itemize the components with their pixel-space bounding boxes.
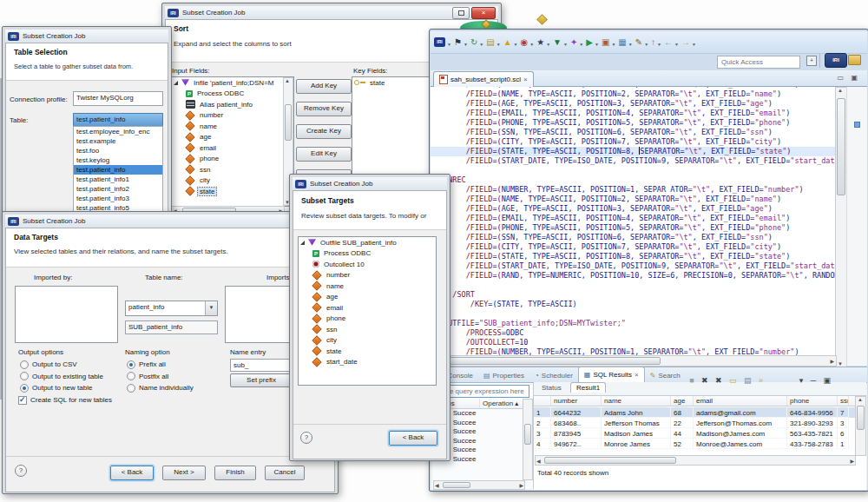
back-toolbar-icon[interactable]: ←▼ xyxy=(664,34,680,51)
wand-toolbar-icon[interactable]: ✦▼ xyxy=(570,34,584,51)
radio-icon[interactable] xyxy=(20,360,29,369)
export-log-icon[interactable]: ▤ xyxy=(744,376,752,385)
status-horizontal-scrollbar[interactable]: ◀ ▶ xyxy=(433,480,525,490)
tab-scheduler[interactable]: ◔Scheduler xyxy=(529,368,578,382)
help-button[interactable]: ? xyxy=(15,465,27,477)
run-toolbar-icon[interactable]: ▶▼ xyxy=(586,34,600,51)
titlebar[interactable]: IRI Subset Creation Job xyxy=(5,30,168,43)
remove-icon[interactable]: ✖ xyxy=(701,376,708,385)
code-line[interactable]: /FIELD=(STATE, TYPE=ASCII, POSITION=8, S… xyxy=(431,252,835,261)
chevron-down-icon[interactable]: ▼ xyxy=(692,42,696,47)
next-button[interactable]: Next > xyxy=(162,466,206,480)
results-horizontal-scrollbar[interactable]: ◀ ▶ xyxy=(535,455,856,466)
refresh-toolbar-icon[interactable]: ↻▼ xyxy=(470,34,484,51)
radio-icon[interactable] xyxy=(20,384,29,393)
tree-item[interactable]: email xyxy=(172,142,293,154)
code-line[interactable]: /FIELD=(PHONE, TYPE=ASCII, POSITION=5, S… xyxy=(431,223,835,233)
list-item[interactable]: test.patient_info xyxy=(74,165,162,175)
close-tab-icon[interactable]: × xyxy=(523,76,528,83)
code-line[interactable]: /OUTFILE="SUB_patient_info;DSN=MYTwister… xyxy=(431,319,835,328)
close-button[interactable]: × xyxy=(471,7,496,19)
code-line[interactable]: /FIELD=(EMAIL, TYPE=ASCII, POSITION=4, S… xyxy=(431,109,835,118)
chevron-down-icon[interactable]: ▼ xyxy=(674,42,679,47)
quick-access-input[interactable] xyxy=(717,56,800,69)
result-column-header[interactable] xyxy=(534,396,551,406)
tree-item[interactable]: city xyxy=(172,175,293,187)
code-line[interactable]: /FIELD=(RAND, TYPE=NUMERIC, POSITION=10,… xyxy=(431,271,835,281)
chevron-down-icon[interactable]: ▼ xyxy=(205,301,217,315)
result-column-header[interactable]: ssn xyxy=(838,396,849,406)
code-line[interactable] xyxy=(431,166,835,175)
maximize-view-icon[interactable]: ▣ xyxy=(851,74,858,82)
minimize-panel-icon[interactable]: ─ xyxy=(811,376,816,385)
code-line[interactable]: /FIELD=(STATE, TYPE=ASCII, POSITION=8, S… xyxy=(431,147,835,156)
tree-item[interactable]: phone xyxy=(172,154,293,165)
open-perspective-icon[interactable]: + xyxy=(806,56,817,66)
list-item[interactable]: test.keylog xyxy=(74,155,162,165)
chevron-down-icon[interactable]: ▼ xyxy=(628,42,633,47)
radio-icon[interactable] xyxy=(20,372,29,380)
titlebar[interactable]: IRI Subset Creation Job xyxy=(293,177,447,190)
tree-item[interactable]: state xyxy=(172,186,293,197)
key-action-button[interactable]: Remove Key xyxy=(296,102,352,116)
list-item[interactable]: test.patient_info3 xyxy=(74,194,162,203)
forward-toolbar-icon[interactable]: →▼ xyxy=(681,34,697,51)
radio-icon[interactable] xyxy=(127,360,135,369)
tree-item[interactable]: city xyxy=(299,335,436,347)
code-line[interactable]: /FIELD=(AGE, TYPE=ASCII, POSITION=3, SEP… xyxy=(431,99,835,109)
tree-item[interactable]: PProcess ODBC xyxy=(172,89,293,100)
code-line[interactable]: /FIELD=(CITY, TYPE=ASCII, POSITION=7, SE… xyxy=(431,242,835,252)
open-folder-icon[interactable]: ▭ xyxy=(729,376,737,385)
restore-view-icon[interactable]: ▭ xyxy=(837,74,844,82)
subset-targets-tree[interactable]: Outfile SUB_patient_infoPProcess ODBCOut… xyxy=(298,236,437,386)
code-line[interactable] xyxy=(431,309,835,319)
result-column-header[interactable]: phone xyxy=(787,396,838,406)
iri-perspective-button[interactable]: IRI xyxy=(825,53,847,68)
close-tab-icon[interactable]: × xyxy=(635,371,639,379)
list-item[interactable]: test.employee_info_enc xyxy=(74,127,162,136)
list-item[interactable]: test.example xyxy=(74,136,162,146)
list-item[interactable]: test.foo xyxy=(74,146,162,155)
code-line[interactable]: /FIELD=(AGE, TYPE=ASCII, POSITION=3, SEP… xyxy=(431,204,835,214)
table-field[interactable]: test.patient_info xyxy=(73,113,163,127)
brush-toolbar-icon[interactable]: ✎▼ xyxy=(635,34,649,51)
tab-properties[interactable]: ▤Properties xyxy=(478,368,529,382)
radio-option[interactable]: Output to new table xyxy=(20,382,103,394)
finish-button[interactable]: Finish xyxy=(214,466,256,480)
journal-toolbar-icon[interactable]: ▤▼ xyxy=(486,34,501,51)
code-line[interactable]: /FIELD=(SSN, TYPE=ASCII, POSITION=6, SEP… xyxy=(431,233,835,242)
chevron-down-icon[interactable]: ▼ xyxy=(546,42,550,47)
result-table[interactable]: 16644232Adams John68adams@gmail.com646-8… xyxy=(534,407,856,454)
result-column-header[interactable]: name xyxy=(602,396,671,406)
chevron-down-icon[interactable]: ▼ xyxy=(514,42,518,47)
titlebar[interactable]: IRI Subset Creation Job × xyxy=(165,6,498,19)
tree-item[interactable]: number xyxy=(299,270,436,281)
result-column-header[interactable]: number xyxy=(551,396,602,406)
code-line[interactable]: /FIELD=(EMAIL, TYPE=ASCII, POSITION=4, S… xyxy=(431,214,835,223)
editor-horizontal-scrollbar[interactable]: ◀ ▶ xyxy=(431,355,837,367)
key-action-button[interactable]: Edit Key xyxy=(296,147,352,162)
tab-sql-results[interactable]: ▦SQL Results× xyxy=(578,367,645,382)
checkbox-icon[interactable] xyxy=(18,396,27,405)
tree-item[interactable]: name xyxy=(172,121,293,132)
radio-option[interactable]: Output to existing table xyxy=(20,371,103,383)
expander-icon[interactable] xyxy=(300,241,305,245)
set-prefix-button[interactable]: Set prefix xyxy=(230,373,293,387)
tree-item[interactable]: age xyxy=(299,292,436,303)
status-vertical-scrollbar[interactable] xyxy=(523,399,533,480)
folder-perspective-icon[interactable] xyxy=(848,55,861,65)
tree-item[interactable]: state xyxy=(299,346,436,357)
editor-tab[interactable]: sah_subset_script0.scl × xyxy=(433,71,534,87)
connection-profile-field[interactable]: Twister MySQLorg xyxy=(73,91,163,106)
iri-menu-toolbar-icon[interactable]: IRI▼ xyxy=(434,34,452,51)
tab-search[interactable]: ✎Search xyxy=(645,368,686,382)
checkbox-option[interactable]: Create SQL for new tables xyxy=(18,394,112,406)
radio-option[interactable]: Name individually xyxy=(127,382,194,394)
list-item[interactable]: test.patient_info2 xyxy=(74,184,162,194)
help-button[interactable]: ? xyxy=(300,432,312,444)
code-line[interactable]: /INREC xyxy=(431,175,835,185)
chevron-down-icon[interactable]: ▼ xyxy=(529,42,534,47)
key-action-button[interactable]: Create Key xyxy=(296,124,352,139)
radio-option[interactable]: Prefix all xyxy=(127,359,194,371)
chevron-down-icon[interactable]: ▼ xyxy=(563,42,568,47)
